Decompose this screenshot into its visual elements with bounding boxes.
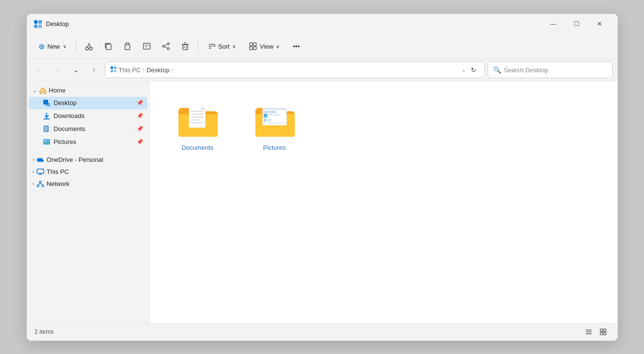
svg-line-53 <box>38 183 40 185</box>
svg-point-52 <box>42 185 44 187</box>
search-placeholder: Search Desktop <box>504 66 549 74</box>
cut-button[interactable] <box>80 38 98 55</box>
onedrive-label: OneDrive - Personal <box>47 156 103 163</box>
svg-line-7 <box>89 44 91 47</box>
sort-label: Sort <box>218 43 230 50</box>
view-label: View <box>260 43 273 50</box>
toolbar-separator-1 <box>76 40 76 52</box>
copy-button[interactable] <box>100 38 117 55</box>
share-button[interactable] <box>157 38 175 55</box>
search-icon: 🔍 <box>493 66 501 74</box>
folder-item-pictures[interactable]: Pictures <box>246 96 303 156</box>
list-view-button[interactable] <box>582 325 595 339</box>
file-explorer-window: Desktop — ☐ ✕ ⊕ New ∨ <box>26 13 618 341</box>
sidebar-item-desktop[interactable]: Desktop 📌 <box>29 97 147 109</box>
window-icon <box>34 20 42 28</box>
new-icon: ⊕ <box>38 42 45 51</box>
folder-label-documents: Documents <box>182 144 214 151</box>
network-chevron-icon: › <box>33 181 34 186</box>
sidebar-item-documents[interactable]: Documents 📌 <box>29 123 147 135</box>
rename-button[interactable] <box>138 38 155 55</box>
new-button[interactable]: ⊕ New ∨ <box>33 38 72 55</box>
svg-rect-35 <box>111 70 113 72</box>
view-button[interactable]: View ∨ <box>243 38 285 55</box>
svg-rect-1 <box>38 20 42 24</box>
svg-rect-29 <box>250 43 253 46</box>
recent-locations-button[interactable]: ⌄ <box>68 62 84 78</box>
up-button[interactable]: ↑ <box>87 62 102 78</box>
sidebar-thispc-header[interactable]: › This PC <box>29 166 147 178</box>
svg-point-17 <box>167 48 169 50</box>
sidebar-home-header[interactable]: ⌄ Home <box>29 85 147 96</box>
folder-icon-pictures <box>253 101 296 139</box>
titlebar: Desktop — ☐ ✕ <box>27 14 618 34</box>
svg-rect-11 <box>126 43 129 45</box>
items-count: 2 items <box>35 328 54 335</box>
grid-view-button[interactable] <box>596 325 610 339</box>
sidebar-item-downloads[interactable]: Downloads 📌 <box>29 110 147 122</box>
folder-item-documents[interactable]: Documents <box>169 96 227 156</box>
back-button[interactable]: ← <box>32 62 47 78</box>
home-icon <box>38 86 47 95</box>
toolbar-separator-2 <box>198 40 198 52</box>
downloads-pin-icon: 📌 <box>137 113 143 119</box>
network-icon <box>36 180 45 188</box>
path-icon <box>110 66 117 74</box>
svg-rect-33 <box>111 66 113 69</box>
sort-chevron-icon: ∨ <box>232 44 236 49</box>
svg-point-51 <box>37 185 39 187</box>
svg-rect-72 <box>264 122 287 124</box>
svg-line-54 <box>40 183 43 185</box>
svg-rect-0 <box>34 20 38 24</box>
svg-rect-31 <box>250 47 253 50</box>
sort-button[interactable]: Sort ∨ <box>202 38 242 55</box>
maximize-button[interactable]: ☐ <box>566 16 588 32</box>
sidebar: ⌄ Home Desktop 📌 <box>27 81 150 323</box>
sidebar-item-pictures[interactable]: Pictures 📌 <box>29 136 147 148</box>
folder-label-pictures: Pictures <box>263 144 286 151</box>
svg-rect-9 <box>106 44 111 50</box>
statusbar: 2 items <box>27 323 618 341</box>
more-label: ••• <box>293 43 300 50</box>
network-label: Network <box>47 180 70 187</box>
delete-button[interactable] <box>177 38 194 55</box>
onedrive-icon <box>36 156 45 164</box>
window-controls: — ☐ ✕ <box>543 16 611 32</box>
sidebar-onedrive-header[interactable]: › OneDrive - Personal <box>29 154 147 166</box>
svg-rect-34 <box>114 66 116 69</box>
paste-button[interactable] <box>119 38 136 55</box>
documents-icon <box>42 125 51 133</box>
folder-icon-documents <box>176 101 219 139</box>
searchbar[interactable]: 🔍 Search Desktop <box>488 62 613 78</box>
svg-point-16 <box>163 45 164 47</box>
addressbar[interactable]: This PC › Desktop › ⌄ ↻ <box>105 62 485 78</box>
forward-button[interactable]: → <box>50 62 65 78</box>
svg-rect-79 <box>604 332 606 335</box>
main-area: ⌄ Home Desktop 📌 <box>27 81 618 323</box>
folder-grid: Documents <box>169 96 598 156</box>
refresh-button[interactable]: ↻ <box>468 64 480 76</box>
svg-rect-66 <box>270 111 276 113</box>
close-button[interactable]: ✕ <box>589 16 611 32</box>
svg-rect-64 <box>263 108 287 110</box>
minimize-button[interactable]: — <box>543 16 565 32</box>
svg-point-15 <box>167 43 169 45</box>
pictures-label: Pictures <box>54 138 76 145</box>
content-area: Documents <box>150 81 618 323</box>
svg-point-4 <box>86 47 88 50</box>
svg-rect-78 <box>600 332 603 335</box>
sidebar-network-header[interactable]: › Network <box>29 178 147 190</box>
svg-line-19 <box>164 47 167 48</box>
svg-rect-47 <box>37 169 44 173</box>
thispc-icon <box>36 168 45 176</box>
desktop-label: Desktop <box>54 99 77 106</box>
svg-rect-71 <box>267 118 271 121</box>
breadcrumb-desktop: Desktop <box>147 66 170 74</box>
downloads-label: Downloads <box>54 112 85 119</box>
svg-rect-12 <box>143 43 150 49</box>
more-button[interactable]: ••• <box>287 38 305 55</box>
svg-rect-70 <box>264 118 266 121</box>
pictures-pin-icon: 📌 <box>137 139 143 145</box>
svg-rect-69 <box>274 114 279 116</box>
addressbar-dropdown-button[interactable]: ⌄ <box>461 66 466 73</box>
